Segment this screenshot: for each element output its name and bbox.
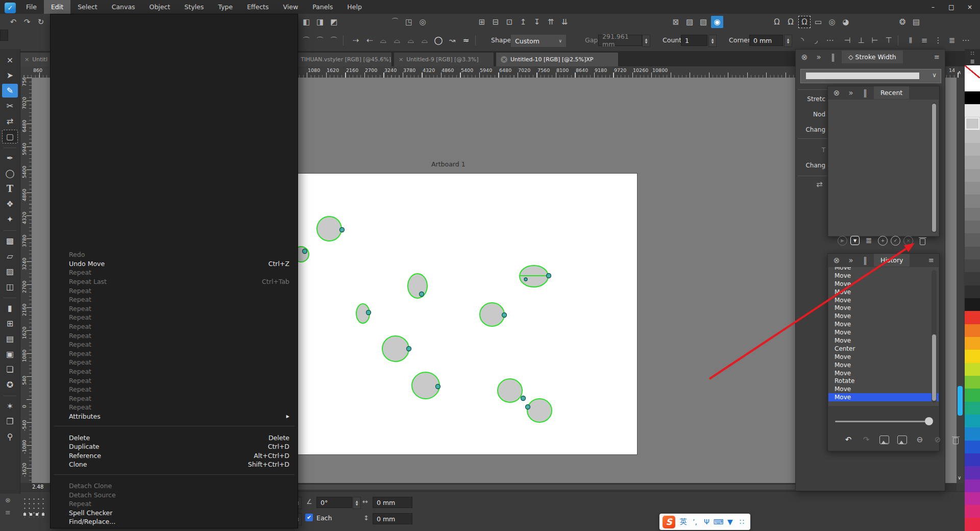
- history-scrollbar[interactable]: [932, 270, 937, 403]
- menu-select[interactable]: Select: [70, 0, 105, 14]
- scroll-up-icon[interactable]: ∧: [958, 69, 963, 75]
- shape-intersect-icon[interactable]: ◩: [328, 16, 340, 28]
- open-copy-icon[interactable]: ⊟: [489, 16, 502, 28]
- duplicate-frame-icon[interactable]: ⊡: [503, 16, 516, 28]
- document-tab[interactable]: ×TIHUAN.vstyler [RGB] [@45.6%]XP: [288, 53, 392, 66]
- perspective-tool[interactable]: ▱: [2, 249, 18, 263]
- undo-icon[interactable]: ↶: [7, 16, 19, 28]
- rotation-spinner[interactable]: ▲▼: [353, 497, 361, 509]
- panel-close-icon[interactable]: ×: [2, 53, 18, 67]
- color-swatch[interactable]: [965, 441, 980, 453]
- move-down-icon[interactable]: ⇊: [558, 16, 571, 28]
- step-back-icon[interactable]: ⇠: [363, 34, 376, 46]
- color-swatch[interactable]: [965, 453, 980, 466]
- select-tool[interactable]: ➤: [2, 68, 18, 82]
- shape-dropdown[interactable]: Custom ∨: [510, 34, 567, 47]
- menu-item-attributes[interactable]: Attributes▶: [51, 412, 298, 421]
- panel-close-icon[interactable]: ⊗: [830, 254, 843, 267]
- node-link-icon[interactable]: ⇄: [816, 180, 823, 189]
- delete-snapshot-icon[interactable]: [878, 433, 890, 446]
- path-node[interactable]: [420, 292, 424, 297]
- menu-item-undo-move[interactable]: Undo MoveCtrl+Z: [51, 259, 298, 269]
- corner-arc-icon[interactable]: ⌒: [300, 34, 312, 46]
- marquee-tool[interactable]: ▢: [2, 130, 18, 143]
- pattern-marquee-tool[interactable]: ▨: [2, 264, 18, 278]
- align-right-icon[interactable]: ⊢: [869, 34, 881, 46]
- arc-up-icon[interactable]: ⌓: [391, 34, 403, 46]
- recent-scrollbar-thumb[interactable]: [932, 104, 936, 232]
- offset-v-field[interactable]: 0 mm: [373, 513, 412, 524]
- no-image-icon[interactable]: ⊠: [670, 16, 682, 28]
- circle-shape-icon[interactable]: ◯: [432, 34, 445, 46]
- recent-panel-tab[interactable]: Recent: [874, 86, 909, 99]
- color-swatch[interactable]: [965, 130, 980, 143]
- document-tab[interactable]: ×Untitl: [20, 53, 51, 66]
- history-item[interactable]: Move: [828, 304, 939, 312]
- remove-state-icon[interactable]: ⊖: [914, 433, 926, 446]
- magnet-icon[interactable]: Ω: [785, 16, 797, 28]
- clone-stamp-tool[interactable]: ✪: [2, 378, 18, 392]
- menu-panels[interactable]: Panels: [305, 0, 340, 14]
- panel-dock-icon[interactable]: ‖: [827, 51, 839, 63]
- repeat-action-icon[interactable]: ↻: [35, 16, 47, 28]
- more-icon[interactable]: ⋯: [824, 34, 836, 46]
- artwork-circle[interactable]: [408, 274, 427, 298]
- arc-tool-icon[interactable]: ⌒: [389, 16, 401, 28]
- color-swatch[interactable]: [965, 350, 980, 363]
- ime-toolbox-icon[interactable]: ∷: [738, 516, 746, 528]
- gap-field[interactable]: 291.961 mm: [598, 35, 642, 46]
- arc-cross-icon[interactable]: ⌓: [419, 34, 431, 46]
- history-item[interactable]: Move: [828, 336, 939, 345]
- palette-list-icon[interactable]: ≣: [965, 57, 980, 65]
- history-item[interactable]: Rotate: [828, 377, 939, 385]
- color-swatch[interactable]: [965, 492, 980, 505]
- zoom-tool[interactable]: ⚲: [2, 430, 18, 444]
- color-swatch[interactable]: [965, 363, 980, 376]
- distribute-v-icon[interactable]: ≣: [946, 34, 958, 46]
- artwork-circle[interactable]: [317, 216, 341, 241]
- corner-round2-icon[interactable]: ◞: [810, 34, 822, 46]
- shape-subtract-icon[interactable]: ◨: [314, 16, 326, 28]
- width-tool[interactable]: ✦: [2, 212, 18, 226]
- history-panel-menu-icon[interactable]: ≡: [928, 256, 934, 264]
- artboard-tool[interactable]: ❐: [2, 415, 18, 428]
- distribute-h-icon[interactable]: ⋮: [932, 34, 944, 46]
- corner-field[interactable]: 0 mm: [749, 35, 783, 46]
- halftone-icon[interactable]: ▨: [683, 16, 696, 28]
- menu-item-duplicate[interactable]: DuplicateCtrl+D: [51, 442, 298, 451]
- color-swatch[interactable]: [965, 272, 980, 285]
- color-swatch[interactable]: [965, 195, 980, 207]
- path-node[interactable]: [436, 384, 440, 389]
- history-item[interactable]: Move: [828, 296, 939, 304]
- delete-style-icon[interactable]: [916, 234, 928, 247]
- wave-icon[interactable]: ≈: [460, 34, 472, 46]
- history-slider-knob[interactable]: [925, 417, 933, 425]
- artwork-circle[interactable]: [382, 336, 409, 361]
- artwork-circle[interactable]: [527, 399, 552, 422]
- document-tab[interactable]: ×Untitled-10 [RGB] [@2.5%]XP: [496, 53, 619, 66]
- color-blend-icon[interactable]: ◉: [711, 16, 723, 28]
- color-swatch[interactable]: [965, 298, 980, 311]
- trim-shape-icon[interactable]: ◕: [840, 16, 852, 28]
- color-swatch[interactable]: [965, 518, 980, 530]
- panel-close-icon[interactable]: ⊗: [798, 51, 811, 63]
- recent-scrollbar[interactable]: [932, 103, 937, 233]
- ime-lang-indicator[interactable]: 英: [679, 516, 688, 528]
- align-left-icon[interactable]: ⊣: [841, 34, 853, 46]
- path-node[interactable]: [521, 396, 526, 401]
- history-item[interactable]: Move: [828, 369, 939, 377]
- curve-icon[interactable]: ↝: [446, 34, 458, 46]
- corner-round-icon[interactable]: ◝: [796, 34, 808, 46]
- path-node[interactable]: [502, 313, 507, 318]
- artwork-circle[interactable]: [498, 379, 522, 402]
- extract-tool[interactable]: ✶: [2, 399, 18, 413]
- panel-collapse-icon[interactable]: »: [813, 51, 825, 63]
- offset-h-field[interactable]: 0 mm: [373, 497, 412, 508]
- redo-icon[interactable]: ↷: [21, 16, 33, 28]
- path-node[interactable]: [366, 310, 371, 315]
- swatch-none[interactable]: [965, 65, 980, 78]
- align-top-icon[interactable]: ⊤: [883, 34, 895, 46]
- color-swatch[interactable]: [965, 143, 980, 156]
- color-swatch[interactable]: [965, 247, 980, 259]
- history-list[interactable]: MoveMoveMoveMoveMoveMoveMoveMoveMoveMove…: [828, 267, 939, 406]
